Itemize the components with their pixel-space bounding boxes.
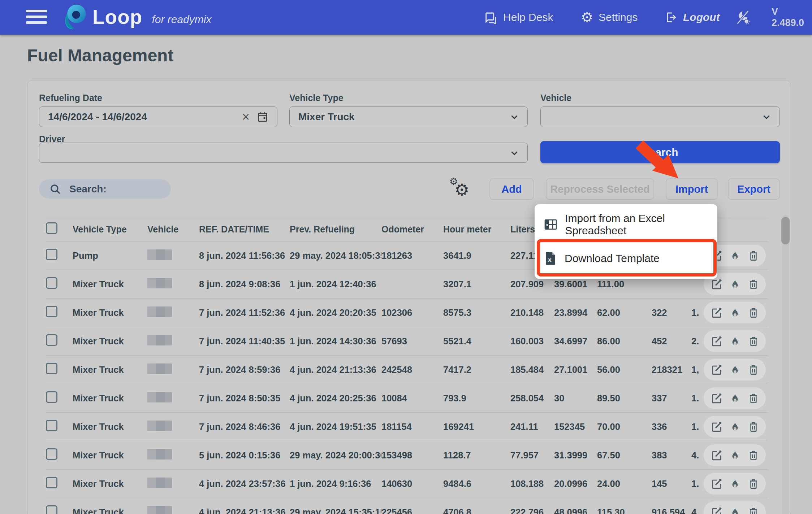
column-settings-gears-icon[interactable]: ⚙⚙ <box>449 177 475 200</box>
edit-icon[interactable] <box>710 506 723 514</box>
row-actions <box>704 501 766 514</box>
edit-icon[interactable] <box>710 363 723 376</box>
table-row[interactable]: Mixer Truck 4 jun. 2024 23:57:36 1 jun. … <box>46 469 768 498</box>
table-row[interactable]: Mixer Truck 7 jun. 2024 11:52:36 4 jun. … <box>46 298 768 327</box>
edit-icon[interactable] <box>710 478 723 490</box>
row-checkbox[interactable] <box>46 448 57 460</box>
menu-item-download-template[interactable]: x Download Template <box>535 247 717 270</box>
row-checkbox[interactable] <box>46 363 57 374</box>
delete-trash-icon[interactable] <box>748 392 759 404</box>
row-checkbox[interactable] <box>46 391 57 403</box>
edit-icon[interactable] <box>710 392 723 404</box>
delete-trash-icon[interactable] <box>748 421 759 432</box>
row-checkbox[interactable] <box>46 277 57 289</box>
logo-text: Loop <box>92 5 142 29</box>
gear-icon: ⚙ <box>581 10 593 24</box>
col-ref-datetime[interactable]: REF. DATE/TIME <box>199 224 290 235</box>
delete-trash-icon[interactable] <box>748 478 759 489</box>
col-prev-refueling[interactable]: Prev. Refueling <box>290 224 381 235</box>
cell-col11: 1. <box>691 393 704 404</box>
table-scrollbar-track[interactable] <box>782 215 789 514</box>
cell-hour-meter: 3641.9 <box>443 251 510 261</box>
table-row[interactable]: Mixer Truck 7 jun. 2024 8:46:36 4 jun. 2… <box>46 412 768 441</box>
delete-trash-icon[interactable] <box>748 335 759 347</box>
row-checkbox[interactable] <box>46 306 57 317</box>
row-checkbox[interactable] <box>46 505 57 514</box>
row-actions <box>704 387 766 409</box>
calendar-icon[interactable] <box>257 111 268 125</box>
delete-trash-icon[interactable] <box>748 449 759 461</box>
fuel-flame-icon[interactable] <box>729 307 741 318</box>
add-button[interactable]: Add <box>489 178 534 200</box>
driver-select[interactable] <box>39 143 528 163</box>
select-all-checkbox[interactable] <box>46 222 57 234</box>
table-row[interactable]: Mixer Truck 4 jun. 2024 21:13:36 29 may.… <box>46 498 768 514</box>
nav-logout[interactable]: Logout <box>665 0 720 35</box>
page-title: Fuel Management <box>27 45 173 65</box>
fuel-flame-icon[interactable] <box>729 478 741 489</box>
row-checkbox[interactable] <box>46 477 57 488</box>
cell-vehicle <box>147 306 199 319</box>
refueling-date-input[interactable]: 14/6/2024 - 14/6/2024 × <box>39 106 277 127</box>
edit-icon[interactable] <box>710 306 723 319</box>
clear-date-icon[interactable]: × <box>242 110 250 123</box>
row-checkbox[interactable] <box>46 249 57 260</box>
cell-vehicle-type: Mixer Truck <box>73 479 147 489</box>
fuel-flame-icon[interactable] <box>729 278 741 290</box>
delete-trash-icon[interactable] <box>748 307 759 318</box>
edit-icon[interactable] <box>710 421 723 433</box>
cell-col8: 152345 <box>554 422 597 432</box>
vehicle-redacted-block <box>147 306 172 317</box>
cell-liters: 108.188 <box>510 479 554 489</box>
import-button[interactable]: Import <box>666 178 718 200</box>
cell-col9: 89.50 <box>597 393 652 404</box>
vehicle-type-select[interactable]: Mixer Truck <box>289 106 528 127</box>
cell-col10: 322 <box>652 308 691 318</box>
fuel-flame-icon[interactable] <box>729 364 741 375</box>
vehicle-redacted-block <box>147 478 172 488</box>
col-hour-meter[interactable]: Hour meter <box>443 224 510 235</box>
fuel-flame-icon[interactable] <box>729 506 741 514</box>
delete-trash-icon[interactable] <box>748 250 759 261</box>
cell-col11: 1. <box>691 479 704 489</box>
hamburger-menu-icon[interactable] <box>26 10 48 25</box>
nav-settings[interactable]: ⚙ Settings <box>581 0 638 35</box>
vehicle-type-label: Vehicle Type <box>289 93 344 103</box>
menu-item-import-from-excel[interactable]: x Import from an Excel Spreadsheet <box>535 213 717 236</box>
cell-liters: 241.11 <box>510 422 554 432</box>
row-checkbox[interactable] <box>46 420 57 431</box>
col-vehicle[interactable]: Vehicle <box>147 224 199 235</box>
col-vehicle-type[interactable]: Vehicle Type <box>73 224 147 235</box>
table-row[interactable]: Mixer Truck 7 jun. 2024 8:59:36 4 jun. 2… <box>46 355 768 384</box>
vehicle-select[interactable] <box>540 106 780 127</box>
row-checkbox[interactable] <box>46 334 57 346</box>
edit-icon[interactable] <box>710 335 723 347</box>
export-button[interactable]: Export <box>728 178 780 200</box>
cell-col8: 20.0996 <box>554 479 597 489</box>
col-odometer[interactable]: Odometer <box>381 224 443 235</box>
edit-icon[interactable] <box>710 278 723 290</box>
cell-vehicle-type: Mixer Truck <box>73 365 147 375</box>
delete-trash-icon[interactable] <box>748 364 759 375</box>
nav-help-desk[interactable]: Help Desk <box>484 0 553 35</box>
search-button[interactable]: Search <box>540 141 780 163</box>
fuel-flame-icon[interactable] <box>729 449 741 461</box>
table-row[interactable]: Mixer Truck 5 jun. 2024 0:15:36 29 may. … <box>46 441 768 469</box>
table-row[interactable]: Mixer Truck 7 jun. 2024 11:40:35 1 jun. … <box>46 327 768 355</box>
cell-col10: 452 <box>652 336 691 347</box>
fuel-flame-icon[interactable] <box>729 250 741 261</box>
table-scrollbar-thumb[interactable] <box>781 217 790 244</box>
fuel-flame-icon[interactable] <box>729 335 741 347</box>
edit-icon[interactable] <box>710 449 723 461</box>
theme-toggle-icon[interactable] <box>735 0 751 35</box>
delete-trash-icon[interactable] <box>748 506 759 514</box>
vehicle-redacted-block <box>147 363 172 374</box>
reprocess-selected-button[interactable]: Reprocess Selected <box>546 178 654 200</box>
table-row[interactable]: Mixer Truck 7 jun. 2024 8:50:35 4 jun. 2… <box>46 384 768 412</box>
fuel-flame-icon[interactable] <box>729 392 741 404</box>
delete-trash-icon[interactable] <box>748 278 759 290</box>
cell-prev-refueling: 29 may. 2024 18:05:35 <box>290 251 381 261</box>
table-search-input[interactable]: Search: <box>39 179 171 199</box>
fuel-flame-icon[interactable] <box>729 421 741 432</box>
cell-col11: 1. <box>691 422 704 432</box>
